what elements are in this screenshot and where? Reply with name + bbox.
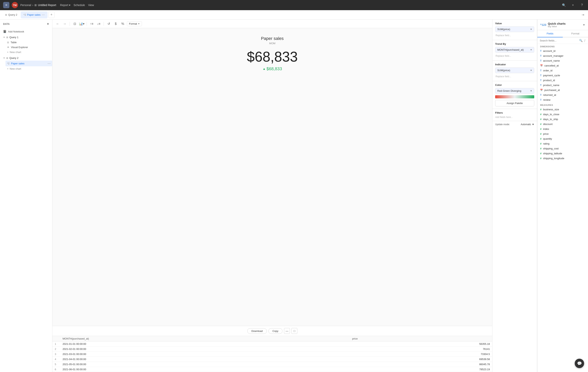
tab-paper-sales-more[interactable]: ⋯ [42, 13, 45, 17]
field-item-review[interactable]: Treview [537, 97, 588, 102]
left-sidebar: DATA + 📓 Add Notebook ▼ ⊞ Query 1 ⊟ Tabl… [0, 20, 52, 372]
trendby-replace-field[interactable]: Replace field... [495, 54, 534, 58]
field-item-index[interactable]: #index [537, 127, 588, 131]
field-type-icon: T [540, 54, 541, 57]
sort-asc-button[interactable]: ↑≡ [89, 21, 94, 27]
menu-schedule[interactable]: Schedule [74, 3, 85, 7]
row-date: 2021-06-01 00:00:00 [60, 367, 350, 372]
field-item-business_size[interactable]: #business_size [537, 107, 588, 112]
value-dropdown[interactable]: SUM(price) ▼ [495, 26, 534, 32]
format-button[interactable]: Format ▼ [127, 21, 142, 26]
forward-button[interactable]: → [62, 21, 68, 27]
field-item-returned_at[interactable]: Treturned_at [537, 93, 588, 97]
forward-icon: → [63, 22, 66, 26]
field-item-account_name[interactable]: Taccount_name [537, 58, 588, 63]
color-dropdown[interactable]: Red-Green Diverging ▼ [495, 88, 534, 94]
row-idx: 2 [52, 347, 60, 352]
paper-sales-more-icon[interactable]: ⋯ [48, 62, 51, 65]
filters-placeholder[interactable]: Add fields here... [495, 116, 534, 118]
search-input[interactable] [540, 39, 578, 42]
sidebar-item-visual-explorer[interactable]: 👁 Visual Explorer [5, 45, 52, 50]
field-item-shipping_cost[interactable]: #shipping_cost [537, 146, 588, 151]
search-icon-button[interactable]: 🔍 [561, 2, 567, 8]
field-label: account_id [543, 50, 555, 53]
query1-new-chart[interactable]: + New chart [5, 50, 52, 54]
logo-icon: ≡ [5, 3, 7, 7]
tab-query2[interactable]: ⊞ Query 2 [2, 11, 20, 18]
update-mode-section: Update mode: Automatic ▼ [493, 121, 537, 128]
breadcrumb-personal[interactable]: Personal [20, 3, 31, 7]
percent-button[interactable]: % [120, 21, 126, 27]
back-button[interactable]: ← [55, 21, 61, 27]
query2-chevron: ▼ [3, 57, 5, 59]
tab-paper-sales[interactable]: ^2 Paper sales ⋯ [21, 11, 48, 18]
query1-header[interactable]: ▼ ⊞ Query 1 [0, 35, 52, 40]
indicator-dropdown-arrow: ▼ [530, 69, 532, 71]
field-item-days_to_close[interactable]: #days_to_close [537, 112, 588, 117]
sidebar-add-button[interactable]: + [47, 22, 49, 26]
paper-sales-label: Paper sales [11, 62, 24, 65]
maximize-button[interactable]: □ [292, 328, 297, 334]
sidebar-item-table[interactable]: ⊟ Table [5, 40, 52, 45]
field-item-price[interactable]: #price [537, 131, 588, 136]
tab-collapse-right[interactable]: ⇥ [580, 12, 586, 18]
field-item-shipping_latitude[interactable]: #shipping_latitude [537, 151, 588, 156]
dollar-button[interactable]: $ [113, 21, 119, 27]
chat-button[interactable]: 💬 [575, 359, 584, 368]
field-item-account_id[interactable]: Taccount_id [537, 49, 588, 53]
field-item-payment_cycle[interactable]: Tpayment_cycle [537, 73, 588, 78]
minimize-button[interactable]: — [284, 328, 290, 334]
pivot-button[interactable]: ↺ [106, 21, 112, 27]
col-header-date[interactable]: MONTH(purchased_at) [60, 336, 350, 341]
col-header-price[interactable]: price [350, 336, 492, 341]
add-icon-button[interactable]: + [570, 2, 576, 8]
value-replace-field[interactable]: Replace field... [495, 33, 534, 38]
tab-fields[interactable]: Fields [537, 30, 563, 37]
quick-charts-collapse-button[interactable]: ▼ [583, 23, 585, 26]
app-logo[interactable]: ≡ [3, 2, 9, 8]
query2-new-chart[interactable]: + New chart [5, 66, 52, 71]
trendby-title: Trend By [495, 43, 534, 45]
sort-desc-button[interactable]: ↓≡ [96, 21, 102, 27]
field-item-cancelled_at[interactable]: 📅cancelled_at [537, 63, 588, 68]
sidebar-item-paper-sales[interactable]: ^2 Paper sales ⋯ [5, 61, 52, 66]
trendby-dropdown[interactable]: MONTH(purchased_at) ▼ [495, 47, 534, 53]
user-avatar[interactable]: TM [12, 2, 18, 8]
help-icon-button[interactable]: ? [579, 2, 585, 8]
add-notebook-button[interactable]: 📓 Add Notebook [0, 28, 52, 35]
function-icon[interactable]: ƒ [584, 39, 586, 42]
field-item-product_id[interactable]: Tproduct_id [537, 78, 588, 83]
field-label: days_to_ship [543, 118, 558, 121]
indicator-dropdown-label: SUM(price) [497, 69, 510, 72]
menu-report[interactable]: Report ▾ [60, 3, 70, 7]
tab-add-button[interactable]: + [48, 12, 54, 18]
chart-type-button[interactable]: 📊▾ [79, 21, 85, 27]
field-item-days_to_ship[interactable]: #days_to_ship [537, 117, 588, 122]
fit-button[interactable]: ⊡ [72, 21, 78, 27]
indicator-dropdown[interactable]: SUM(price) ▼ [495, 67, 534, 73]
top-nav-actions: 🔍 + ? [561, 2, 585, 8]
tab-format[interactable]: Format [563, 30, 588, 37]
update-mode-value[interactable]: Automatic ▼ [521, 123, 534, 126]
download-button[interactable]: Download [247, 328, 267, 334]
toolbar: ← → ⊡ 📊▾ ↑≡ ↓≡ [52, 20, 492, 28]
field-label: cancelled_at [544, 64, 559, 67]
field-item-account_manager[interactable]: Taccount_manager [537, 53, 588, 58]
tab-bar: ⊞ Query 2 ^2 Paper sales ⋯ + ⇥ [0, 10, 588, 20]
breadcrumb-report[interactable]: Untitled Report [38, 3, 56, 7]
indicator-replace-field[interactable]: Replace field... [495, 74, 534, 79]
field-item-purchased_at[interactable]: 📅purchased_at [537, 88, 588, 93]
menu-view[interactable]: View [88, 3, 94, 7]
copy-button[interactable]: Copy [268, 328, 283, 334]
field-item-product_name[interactable]: Tproduct_name [537, 83, 588, 88]
field-label: index [543, 128, 549, 130]
color-dropdown-label: Red-Green Diverging [497, 89, 521, 92]
field-item-rating[interactable]: #rating [537, 141, 588, 146]
assign-palette-button[interactable]: Assign Palette [495, 100, 534, 106]
field-item-quantity[interactable]: #quantity [537, 136, 588, 141]
field-type-icon: # [540, 147, 541, 150]
field-item-order_id[interactable]: Torder_id [537, 68, 588, 73]
field-item-shipping_longitude[interactable]: #shipping_longitude [537, 156, 588, 161]
query2-header[interactable]: ▼ ⊞ Query 2 [0, 55, 52, 61]
field-item-discount[interactable]: #discount [537, 122, 588, 127]
